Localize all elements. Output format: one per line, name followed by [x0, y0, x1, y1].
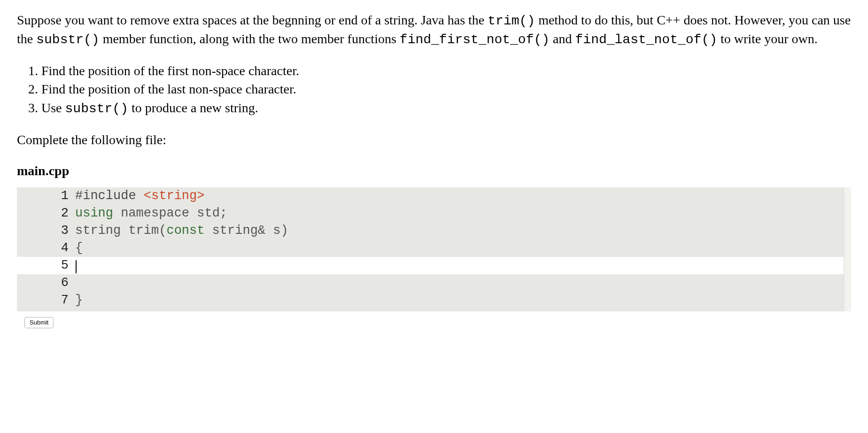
code-line-6: 6	[17, 274, 851, 292]
code-editor[interactable]: 1 #include <string> 2 using namespace st…	[17, 187, 851, 312]
line-number: 6	[17, 275, 75, 291]
code-input[interactable]	[75, 257, 851, 274]
filename-label: main.cpp	[17, 162, 851, 180]
code-line-7: 7 }	[17, 292, 851, 311]
code-find-first-not-of: find_first_not_of()	[400, 32, 550, 47]
code-content: #include <string>	[75, 188, 851, 204]
code-find-last-not-of: find_last_not_of()	[575, 32, 717, 47]
line-number: 2	[17, 205, 75, 222]
code-trim: trim()	[488, 14, 535, 28]
token-namespace: namespace std;	[113, 206, 227, 220]
code-line-4: 4 {	[17, 240, 851, 257]
step-3-code: substr()	[65, 101, 128, 116]
step-2: Find the position of the last non-space …	[41, 80, 851, 98]
line-number: 1	[17, 188, 75, 204]
token-decl: string trim(	[75, 224, 166, 238]
intro-text-5: to write your own.	[717, 31, 818, 46]
code-content: using namespace std;	[75, 205, 851, 222]
line-number: 7	[17, 292, 75, 309]
code-line-3: 3 string trim(const string& s)	[17, 222, 851, 240]
token-include: #include	[75, 189, 144, 203]
intro-text-1: Suppose you want to remove extra spaces …	[17, 13, 488, 27]
token-const: const	[166, 224, 204, 238]
step-1: Find the position of the first non-space…	[41, 62, 851, 80]
line-number: 5	[17, 257, 75, 274]
submit-button[interactable]: Submit	[24, 317, 54, 328]
code-content	[75, 275, 851, 291]
line-number: 4	[17, 240, 75, 256]
step-3a: Use	[41, 101, 65, 115]
code-substr: substr()	[36, 32, 99, 47]
code-content: string trim(const string& s)	[75, 223, 851, 239]
complete-instruction: Complete the following file:	[17, 131, 851, 149]
text-cursor	[76, 260, 77, 273]
token-using: using	[75, 206, 113, 220]
token-header: <string>	[144, 189, 205, 203]
code-line-1: 1 #include <string>	[17, 187, 851, 205]
problem-intro: Suppose you want to remove extra spaces …	[17, 11, 851, 49]
code-line-2: 2 using namespace std;	[17, 205, 851, 222]
steps-list: Find the position of the first non-space…	[17, 62, 851, 118]
code-content: }	[75, 292, 851, 309]
token-param: string& s)	[204, 224, 288, 238]
intro-text-4: and	[550, 31, 575, 46]
line-number: 3	[17, 223, 75, 239]
step-3: Use substr() to produce a new string.	[41, 99, 851, 118]
intro-text-3: member function, along with the two memb…	[100, 31, 400, 46]
step-3b: to produce a new string.	[128, 101, 258, 115]
code-content: {	[75, 240, 851, 256]
code-line-5-editable[interactable]: 5	[17, 257, 851, 274]
